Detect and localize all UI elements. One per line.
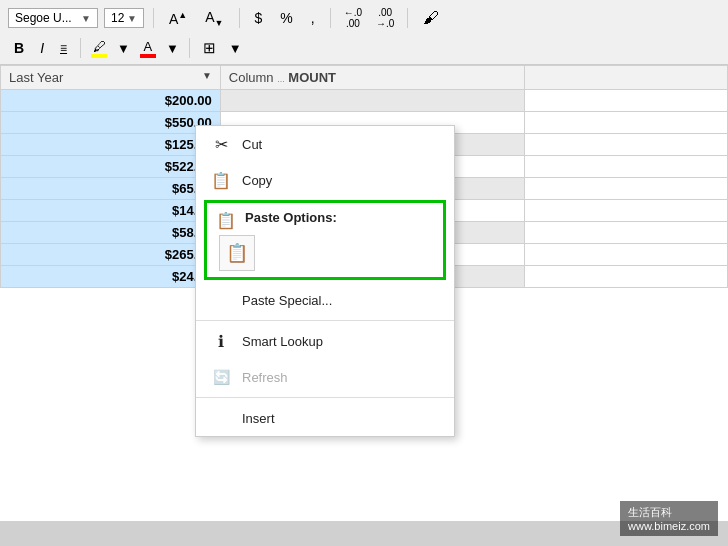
last-year-cell[interactable]: $14.00: [1, 200, 221, 222]
paste-options-box: 📋 Paste Options: 📋: [204, 200, 446, 280]
toolbar-row-2: B I ≡ 🖊 ▼ A ▼ ⊞ ▼: [8, 36, 720, 60]
font-name-label: Segoe U...: [15, 11, 72, 25]
toolbar-separator-4: [407, 8, 408, 28]
dropdown-font-color-button[interactable]: ▼: [163, 38, 182, 59]
smart-lookup-menu-item[interactable]: ℹ Smart Lookup: [196, 323, 454, 359]
amount-cell[interactable]: [525, 200, 728, 222]
font-color-button[interactable]: A: [137, 38, 159, 59]
amount-cell[interactable]: [525, 178, 728, 200]
extra-header: [525, 66, 728, 90]
dropdown-highlight-button[interactable]: ▼: [114, 38, 133, 59]
paste-special-menu-item[interactable]: Paste Special...: [196, 282, 454, 318]
dropdown-borders-button[interactable]: ▼: [226, 38, 245, 59]
last-year-cell[interactable]: $550.00: [1, 112, 221, 134]
context-menu: ✂ Cut 📋 Copy 📋 Paste Options: 📋 Paste Sp…: [195, 125, 455, 437]
column-cell[interactable]: [220, 90, 524, 112]
refresh-menu-item: 🔄 Refresh: [196, 359, 454, 395]
last-year-cell[interactable]: $65.00: [1, 178, 221, 200]
amount-cell[interactable]: [525, 112, 728, 134]
increase-font-button[interactable]: A▲: [163, 7, 193, 30]
last-year-cell[interactable]: $125.00: [1, 134, 221, 156]
comma-button[interactable]: ,: [305, 7, 321, 29]
percent-button[interactable]: %: [274, 7, 298, 29]
cut-label: Cut: [242, 137, 262, 152]
paste-options-label: Paste Options:: [245, 210, 337, 225]
toolbar: Segoe U... ▼ 12 ▼ A▲ A▼ $ % , ←.0.00 .00…: [0, 0, 728, 65]
last-year-cell[interactable]: $24.00: [1, 266, 221, 288]
font-size-label: 12: [111, 11, 124, 25]
last-year-cell[interactable]: $200.00: [1, 90, 221, 112]
increase-decimal-button[interactable]: ←.0.00: [340, 4, 366, 32]
column-header-row: Last Year ▼ Column ... MOUNT: [1, 66, 728, 90]
last-year-header[interactable]: Last Year ▼: [1, 66, 221, 90]
column-header[interactable]: Column ... MOUNT: [220, 66, 524, 90]
table-row: $200.00: [1, 90, 728, 112]
insert-label: Insert: [242, 411, 275, 426]
amount-cell[interactable]: [525, 244, 728, 266]
smart-lookup-label: Smart Lookup: [242, 334, 323, 349]
underline-button[interactable]: ≡: [54, 38, 73, 58]
toolbar-separator-3: [330, 8, 331, 28]
amount-cell[interactable]: [525, 266, 728, 288]
font-size-dropdown-arrow[interactable]: ▼: [127, 13, 137, 24]
amount-cell[interactable]: [525, 90, 728, 112]
insert-icon: [210, 407, 232, 429]
menu-divider-1: [196, 320, 454, 321]
font-name-dropdown-arrow[interactable]: ▼: [81, 13, 91, 24]
font-color-bar: [140, 54, 156, 58]
paste-special-label: Paste Special...: [242, 293, 332, 308]
last-year-cell[interactable]: $522.00: [1, 156, 221, 178]
paste-button[interactable]: 📋: [219, 235, 255, 271]
toolbar-separator-1: [153, 8, 154, 28]
copy-menu-item[interactable]: 📋 Copy: [196, 162, 454, 198]
last-year-dropdown-icon[interactable]: ▼: [202, 70, 212, 81]
font-name-selector[interactable]: Segoe U... ▼: [8, 8, 98, 28]
last-year-cell[interactable]: $58.00: [1, 222, 221, 244]
spreadsheet-area: Last Year ▼ Column ... MOUNT $200.00$550…: [0, 65, 728, 521]
amount-cell[interactable]: [525, 134, 728, 156]
cut-icon: ✂: [210, 133, 232, 155]
copy-icon: 📋: [210, 169, 232, 191]
decrease-font-button[interactable]: A▼: [199, 6, 229, 31]
bold-button[interactable]: B: [8, 37, 30, 59]
last-year-cell[interactable]: $265.00: [1, 244, 221, 266]
currency-button[interactable]: $: [249, 7, 269, 29]
menu-divider-2: [196, 397, 454, 398]
paste-special-icon: [210, 289, 232, 311]
refresh-icon: 🔄: [210, 366, 232, 388]
watermark: 生活百科 www.bimeiz.com: [620, 501, 718, 536]
refresh-label: Refresh: [242, 370, 288, 385]
amount-cell[interactable]: [525, 222, 728, 244]
borders-button[interactable]: ⊞: [197, 36, 222, 60]
smart-lookup-icon: ℹ: [210, 330, 232, 352]
decrease-decimal-button[interactable]: .00→.0: [372, 4, 398, 32]
italic-button[interactable]: I: [34, 37, 50, 59]
cut-menu-item[interactable]: ✂ Cut: [196, 126, 454, 162]
insert-menu-item[interactable]: Insert: [196, 400, 454, 436]
toolbar-separator-2: [239, 8, 240, 28]
toolbar-row-1: Segoe U... ▼ 12 ▼ A▲ A▼ $ % , ←.0.00 .00…: [8, 4, 720, 32]
toolbar-separator-5: [80, 38, 81, 58]
toolbar-separator-6: [189, 38, 190, 58]
amount-cell[interactable]: [525, 156, 728, 178]
copy-label: Copy: [242, 173, 272, 188]
paste-icon: 📋: [215, 209, 237, 231]
highlight-color-button[interactable]: 🖊: [88, 38, 110, 59]
font-size-selector[interactable]: 12 ▼: [104, 8, 144, 28]
highlight-color-bar: [91, 54, 107, 58]
format-painter-button[interactable]: 🖌: [417, 6, 445, 30]
